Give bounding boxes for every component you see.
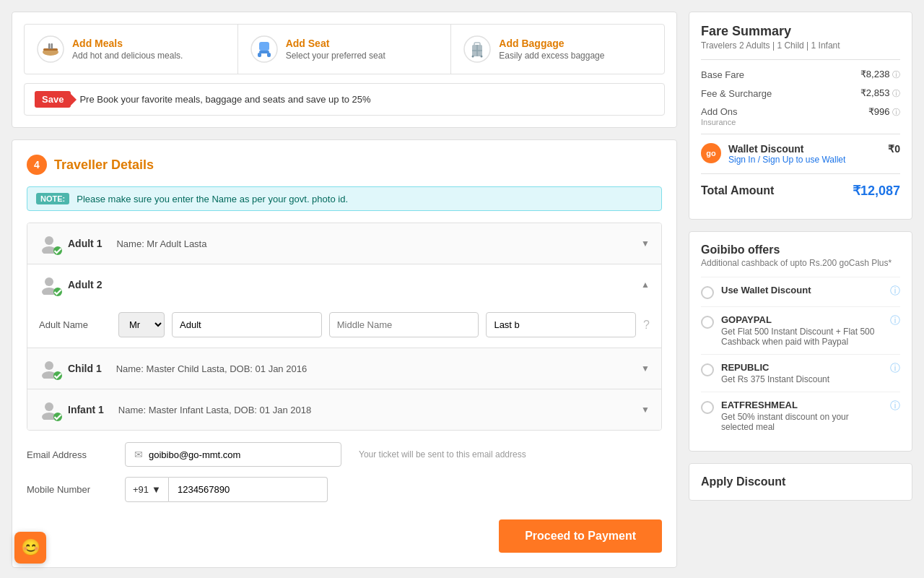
traveller-row-adult1[interactable]: Adult 1 Name: Mr Adult Lasta ▼ xyxy=(27,223,661,264)
addon-seat[interactable]: Add Seat Select your preferred seat xyxy=(238,25,452,74)
save-banner: Save Pre Book your favorite meals, bagga… xyxy=(24,83,665,116)
traveller-row-child1[interactable]: Child 1 Name: Master Child Lasta, DOB: 0… xyxy=(27,348,661,389)
addon-baggage[interactable]: Add Baggage Easily add excess baggage xyxy=(451,25,664,74)
child1-icon xyxy=(39,358,59,379)
offer-wallet-info[interactable]: ⓘ xyxy=(890,285,900,298)
adult1-icon xyxy=(39,233,59,254)
offer-eatfreshmeal-text: EATFRESHMEAL Get 50% instant discount on… xyxy=(721,400,883,432)
adult2-help-icon[interactable]: ? xyxy=(643,319,650,332)
fare-surcharge-label: Fee & Surcharge xyxy=(701,88,772,99)
traveller-row-adult2: Adult 2 ▲ Adult Name Mr Mrs Ms xyxy=(27,264,661,348)
note-label: NOTE: xyxy=(36,193,69,204)
offers-subtitle: Additional cashback of upto Rs.200 goCas… xyxy=(701,258,900,268)
fare-travelers-label: Travelers xyxy=(701,40,737,51)
email-row: Email Address ✉ Your ticket will be sent… xyxy=(27,442,662,467)
offer-republic-radio[interactable] xyxy=(701,363,714,376)
infant1-name: Name: Master Infant Lasta, DOB: 01 Jan 2… xyxy=(118,405,311,415)
adult2-title-select[interactable]: Mr Mrs Ms xyxy=(118,312,165,337)
offer-eatfreshmeal-desc: Get 50% instant discount on your selecte… xyxy=(721,412,883,432)
section-title: Traveller Details xyxy=(54,158,154,173)
mobile-label: Mobile Number xyxy=(27,484,113,495)
total-row: Total Amount ₹12,087 xyxy=(701,174,900,207)
email-hint: Your ticket will be sent to this email a… xyxy=(359,449,526,460)
fare-travelers: Travelers 2 Adults | 1 Child | 1 Infant xyxy=(701,40,900,51)
fare-surcharge-info[interactable]: ⓘ xyxy=(892,89,900,98)
offer-gopaypal-item: GOPAYPAL Get Flat 500 Instant Discount +… xyxy=(701,306,900,354)
adult2-icon xyxy=(39,275,59,295)
infant1-chevron: ▼ xyxy=(641,405,650,415)
adult1-name: Name: Mr Adult Lasta xyxy=(116,238,206,249)
offers-title: Goibibo offers xyxy=(701,243,900,256)
infant1-icon xyxy=(39,400,59,420)
offer-republic-info[interactable]: ⓘ xyxy=(890,362,900,375)
seat-title: Add Seat xyxy=(286,38,385,49)
svg-point-19 xyxy=(45,277,53,286)
offer-eatfreshmeal-radio[interactable] xyxy=(701,401,714,414)
email-label: Email Address xyxy=(27,449,113,460)
contact-section: Email Address ✉ Your ticket will be sent… xyxy=(27,442,662,502)
offer-republic-name: REPUBLIC xyxy=(721,362,829,373)
addon-baggage-text: Add Baggage Easily add excess baggage xyxy=(499,38,604,61)
offer-republic-desc: Get Rs 375 Instant Discount xyxy=(721,374,829,384)
traveller-row-infant1[interactable]: Infant 1 Name: Master Infant Lasta, DOB:… xyxy=(27,389,661,430)
infant1-check xyxy=(53,413,62,421)
offer-gopaypal-info[interactable]: ⓘ xyxy=(890,314,900,327)
chatbot-button[interactable]: 😊 xyxy=(14,532,46,564)
fare-base-amount: ₹8,238 ⓘ xyxy=(860,69,900,80)
adult1-label: Adult 1 xyxy=(68,238,102,249)
apply-discount-card: Apply Discount xyxy=(689,463,912,501)
child1-name: Name: Master Child Lasta, DOB: 01 Jan 20… xyxy=(116,363,307,374)
offer-gopaypal-radio[interactable] xyxy=(701,316,714,329)
child1-chevron: ▼ xyxy=(641,363,650,374)
offer-gopaypal-desc: Get Flat 500 Instant Discount + Flat 500… xyxy=(721,327,883,347)
fare-base-info[interactable]: ⓘ xyxy=(892,70,900,79)
fare-addons-label: Add Ons xyxy=(701,106,738,118)
addon-meals-text: Add Meals Add hot and delicious meals. xyxy=(72,38,183,61)
svg-point-17 xyxy=(45,236,53,245)
svg-rect-8 xyxy=(258,53,261,57)
svg-point-23 xyxy=(45,402,53,411)
adult2-label: Adult 2 xyxy=(68,279,102,290)
addons-card: Add Meals Add hot and delicious meals. xyxy=(12,12,677,128)
note-text: Please make sure you enter the Name as p… xyxy=(77,194,348,204)
country-code-selector[interactable]: +91 ▼ xyxy=(125,477,169,502)
chatbot-icon: 😊 xyxy=(21,538,40,557)
svg-rect-6 xyxy=(259,42,269,51)
offer-eatfreshmeal-info[interactable]: ⓘ xyxy=(890,400,900,413)
wallet-info: Wallet Discount Sign In / Sign Up to use… xyxy=(728,143,881,165)
adult2-header[interactable]: Adult 2 ▲ xyxy=(39,275,650,295)
addon-meals[interactable]: Add Meals Add hot and delicious meals. xyxy=(25,25,238,74)
svg-point-15 xyxy=(472,56,474,58)
infant1-label: Infant 1 xyxy=(68,404,104,415)
adult2-chevron: ▲ xyxy=(641,280,650,290)
adult2-middle-name[interactable] xyxy=(329,312,479,337)
email-input[interactable] xyxy=(149,449,332,460)
addons-row: Add Meals Add hot and delicious meals. xyxy=(24,24,665,74)
mobile-input[interactable] xyxy=(169,477,328,502)
total-amount: ₹12,087 xyxy=(853,183,900,199)
addon-seat-text: Add Seat Select your preferred seat xyxy=(286,38,385,61)
adult2-first-name[interactable] xyxy=(172,312,322,337)
offer-wallet-name: Use Wallet Discount xyxy=(721,285,811,296)
wallet-link[interactable]: Sign In / Sign Up to use Wallet xyxy=(728,155,881,165)
wallet-row: go Wallet Discount Sign In / Sign Up to … xyxy=(701,134,900,174)
baggage-icon xyxy=(463,35,492,64)
svg-rect-4 xyxy=(51,43,53,49)
meals-desc: Add hot and delicious meals. xyxy=(72,51,183,61)
proceed-to-payment-button[interactable]: Proceed to Payment xyxy=(499,519,662,553)
fare-addons-info[interactable]: ⓘ xyxy=(892,108,900,116)
svg-point-21 xyxy=(45,361,53,370)
adult2-name-row: Adult Name Mr Mrs Ms ? xyxy=(39,312,650,337)
svg-point-16 xyxy=(481,56,483,58)
adult2-last-name[interactable] xyxy=(486,312,636,337)
mobile-row: Mobile Number +91 ▼ xyxy=(27,477,662,502)
phone-row: +91 ▼ xyxy=(125,477,328,502)
offer-wallet-radio[interactable] xyxy=(701,286,714,299)
step-badge: 4 xyxy=(27,155,47,175)
offer-eatfreshmeal-name: EATFRESHMEAL xyxy=(721,400,883,410)
adult2-form: Adult Name Mr Mrs Ms ? xyxy=(39,303,650,337)
baggage-desc: Easily add excess baggage xyxy=(499,51,604,61)
offer-republic-text: REPUBLIC Get Rs 375 Instant Discount xyxy=(721,362,829,384)
traveller-rows: Adult 1 Name: Mr Adult Lasta ▼ xyxy=(27,223,662,431)
fare-base-label: Base Fare xyxy=(701,69,744,80)
